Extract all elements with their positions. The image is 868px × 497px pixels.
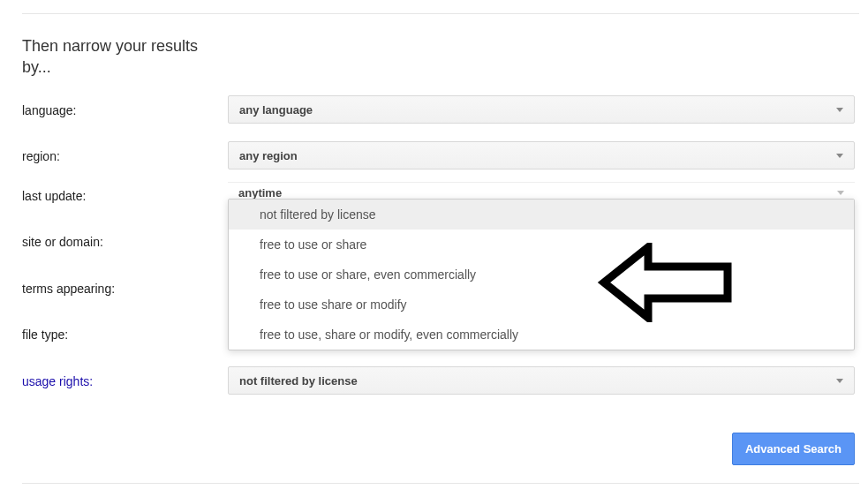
select-last-update-value: anytime <box>238 186 282 200</box>
label-terms-appearing: terms appearing: <box>22 282 115 296</box>
label-region: region: <box>22 149 60 163</box>
label-usage-rights: usage rights: <box>22 374 93 388</box>
advanced-search-button[interactable]: Advanced Search <box>732 433 855 465</box>
select-region-value: any region <box>239 149 298 162</box>
select-usage-rights-value: not filtered by license <box>239 374 358 388</box>
label-language: language: <box>22 103 77 117</box>
usage-rights-option[interactable]: not filtered by license <box>229 200 854 230</box>
usage-rights-option[interactable]: free to use or share, even commercially <box>229 260 854 290</box>
chevron-down-icon <box>836 154 843 158</box>
select-usage-rights[interactable]: not filtered by license <box>228 366 855 395</box>
divider-bottom <box>22 483 859 484</box>
usage-rights-option[interactable]: free to use or share <box>229 230 854 260</box>
select-region[interactable]: any region <box>228 141 855 169</box>
usage-rights-option[interactable]: free to use share or modify <box>229 290 854 320</box>
label-last-update: last update: <box>22 189 86 203</box>
usage-rights-dropdown[interactable]: not filtered by license free to use or s… <box>228 199 855 350</box>
chevron-down-icon <box>836 108 843 112</box>
chevron-down-icon <box>837 191 844 195</box>
divider-top <box>22 13 859 14</box>
section-heading: Then narrow your results by... <box>22 35 208 79</box>
label-site-or-domain: site or domain: <box>22 235 103 249</box>
select-language-value: any language <box>239 103 313 117</box>
usage-rights-option[interactable]: free to use, share or modify, even comme… <box>229 320 854 350</box>
select-language[interactable]: any language <box>228 95 855 124</box>
chevron-down-icon <box>836 379 843 383</box>
label-file-type: file type: <box>22 328 68 342</box>
